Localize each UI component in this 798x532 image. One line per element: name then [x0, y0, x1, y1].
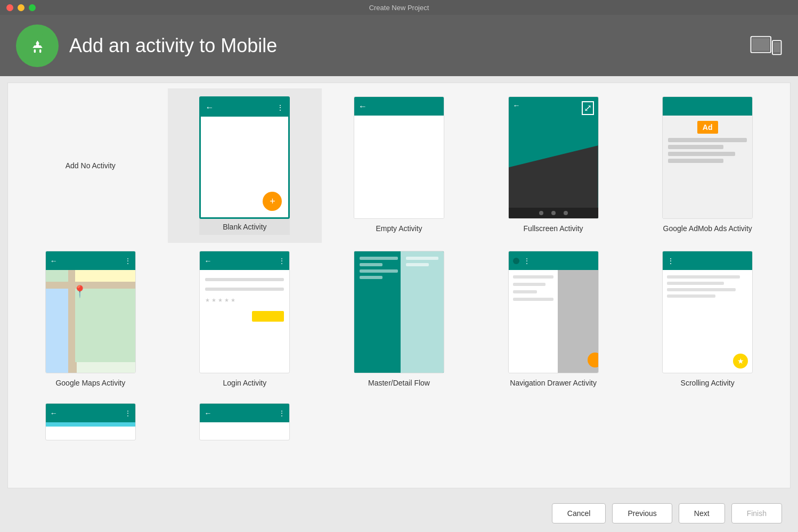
device-icon: [750, 34, 782, 58]
maps-menu-dots: ⋮: [125, 257, 131, 265]
map-pin-icon: 📍: [72, 285, 87, 299]
login-button-mock: [252, 311, 284, 322]
activity-item-empty[interactable]: ← Empty Activity: [322, 88, 476, 243]
activity-item-admob[interactable]: Ad Google AdMob Ads Activity: [630, 88, 785, 243]
blank-activity-label: Blank Activity: [223, 223, 266, 231]
navdrawer-activity-preview: ⋮: [508, 251, 599, 373]
admob-content-lines: [668, 138, 747, 166]
close-button[interactable]: [6, 4, 13, 11]
row3-back-2: ←: [204, 409, 211, 418]
login-body: ★ ★ ★ ★ ★: [200, 270, 289, 373]
maximize-button[interactable]: [29, 4, 36, 11]
detail-line-1: [406, 257, 438, 260]
svg-rect-3: [34, 49, 35, 53]
minimize-button[interactable]: [18, 4, 25, 11]
login-stars: ★ ★ ★ ★ ★: [205, 297, 284, 303]
nav-line-1: [513, 275, 553, 279]
title-bar: Create New Project: [0, 0, 798, 15]
activity-item-maps[interactable]: ← ⋮ 📍 Google Map: [13, 243, 168, 395]
scrolling-menu-dots: ⋮: [667, 257, 674, 265]
navdrawer-right-panel: [558, 270, 598, 373]
page-title: Add an activity to Mobile: [69, 35, 277, 57]
navdrawer-activity-label: Navigation Drawer Activity: [510, 379, 597, 387]
admob-line-4: [668, 159, 723, 163]
fullscreen-expand-icon: ⤢: [582, 101, 594, 115]
row3-back-1: ←: [50, 409, 58, 418]
finish-button[interactable]: Finish: [731, 503, 782, 523]
row3-dots-1: ⋮: [125, 410, 131, 417]
window-controls: [6, 4, 36, 11]
activity-item-no-activity[interactable]: Add No Activity: [13, 88, 168, 243]
detail-line-2: [406, 263, 428, 266]
nav-line-3: [513, 290, 538, 293]
empty-activity-label: Empty Activity: [376, 224, 422, 233]
admob-line-1: [668, 138, 747, 142]
masterdetail-activity-label: Master/Detail Flow: [368, 379, 430, 387]
activity-item-masterdetail[interactable]: Master/Detail Flow: [322, 243, 476, 395]
fullscreen-phone-mock: ← ⤢: [509, 97, 598, 218]
login-phone-mock: ← ⋮ ★ ★ ★ ★ ★: [200, 251, 289, 373]
ad-badge: Ad: [697, 121, 718, 134]
map-area-1: [46, 270, 68, 282]
navdrawer-phone-mock: ⋮: [509, 251, 598, 373]
svg-rect-4: [39, 49, 40, 53]
previous-button[interactable]: Previous: [612, 503, 672, 523]
scroll-line-3: [667, 288, 736, 291]
blank-body: +: [201, 117, 288, 217]
activity-item-blank[interactable]: ← ⋮ + Blank Activity: [168, 88, 322, 243]
masterdetail-detail-content: [401, 251, 444, 275]
scroll-line-4: [667, 294, 715, 298]
android-icon: [23, 31, 52, 60]
activity-item-scrolling[interactable]: ⋮ ★ Scrolling Activity: [630, 243, 785, 395]
row3-top-2: ← ⋮: [200, 404, 289, 422]
empty-back-arrow: ←: [359, 102, 367, 111]
login-btn-row: [205, 311, 284, 322]
nav-dot-1: [539, 211, 543, 215]
svg-rect-8: [773, 42, 780, 53]
next-button[interactable]: Next: [679, 503, 725, 523]
activity-item-fullscreen[interactable]: ← ⤢ Fullscreen Activity: [476, 88, 631, 243]
activity-item-row3-2[interactable]: ← ⋮: [168, 395, 322, 448]
maps-activity-preview: ← ⋮ 📍: [45, 251, 136, 373]
scrolling-top-bar: ⋮: [663, 251, 752, 270]
nav-dot-3: [564, 211, 568, 215]
activity-item-navdrawer[interactable]: ⋮ Navigation Drawe: [476, 243, 631, 395]
navdrawer-menu-dots: ⋮: [524, 257, 530, 265]
scrolling-phone-mock: ⋮ ★: [663, 251, 752, 373]
scrolling-activity-preview: ⋮ ★: [662, 251, 753, 373]
md-line-4: [360, 276, 382, 279]
empty-activity-preview: ←: [354, 96, 444, 219]
navdrawer-body: [509, 270, 598, 373]
admob-activity-label: Google AdMob Ads Activity: [663, 224, 752, 233]
map-area-4: [75, 270, 135, 282]
navdrawer-top-bar: ⋮: [509, 251, 598, 270]
login-top-bar: ← ⋮: [200, 251, 289, 270]
cancel-button[interactable]: Cancel: [552, 503, 606, 523]
navdrawer-fab: [588, 353, 599, 367]
maps-top-bar: ← ⋮: [46, 251, 135, 270]
nav-dot-2: [551, 211, 556, 215]
login-field-2: [205, 288, 284, 291]
svg-point-1: [34, 43, 36, 46]
md-line-1: [360, 257, 398, 260]
activity-grid-container[interactable]: Add No Activity ← ⋮ + Blank Activity: [7, 83, 791, 488]
activity-item-login[interactable]: ← ⋮ ★ ★ ★ ★ ★: [168, 243, 322, 395]
fab-button: +: [263, 192, 282, 211]
svg-point-2: [38, 43, 41, 46]
nav-line-4: [513, 298, 553, 301]
login-back-arrow: ←: [204, 257, 211, 265]
masterdetail-left-panel: [354, 251, 403, 373]
activity-item-row3-1[interactable]: ← ⋮: [13, 395, 168, 448]
masterdetail-phone-mock: [354, 251, 444, 373]
md-line-2: [360, 263, 382, 266]
no-activity-label: Add No Activity: [66, 161, 116, 170]
blank-label-bg: Blank Activity: [199, 219, 290, 235]
star-5: ★: [231, 297, 235, 303]
md-line-3: [360, 269, 398, 273]
scroll-line-1: [667, 275, 740, 279]
admob-body: Ad: [663, 116, 752, 218]
activity-grid: Add No Activity ← ⋮ + Blank Activity: [8, 83, 790, 454]
header: Add an activity to Mobile: [0, 15, 798, 76]
admob-line-3: [668, 152, 735, 156]
android-logo: [16, 24, 59, 67]
